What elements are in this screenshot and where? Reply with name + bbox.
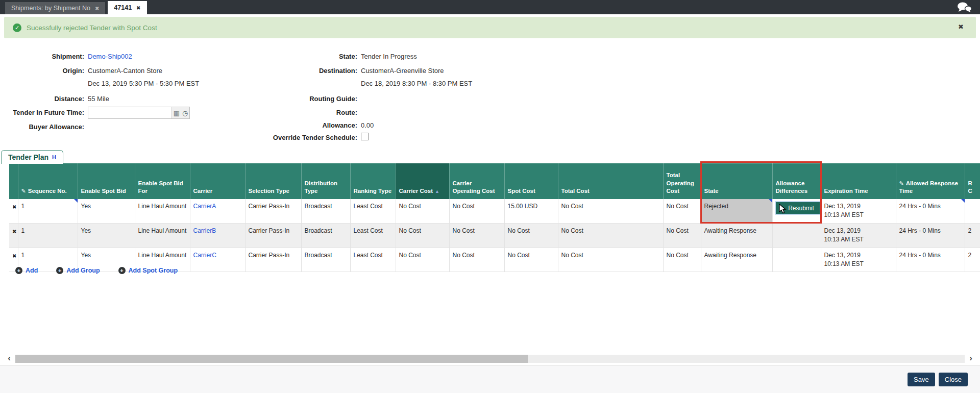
close-button[interactable]: Close (939, 373, 968, 386)
col-header-clipped[interactable]: R C (965, 163, 980, 199)
shipment-link[interactable]: Demo-Ship002 (88, 53, 132, 60)
carrier-link[interactable]: CarrierB (193, 227, 216, 234)
footer-bar: Save Close (0, 365, 980, 393)
success-message: Sucessfully rejected Tender with Spot Co… (27, 24, 157, 32)
tab-shipments-by-shipment-no[interactable]: Shipments: by Shipment No ✖ (5, 2, 105, 14)
route-label: Route: (336, 109, 357, 116)
col-header-carrier[interactable]: Carrier (190, 163, 245, 199)
carrier-link[interactable]: CarrierA (193, 203, 216, 210)
cell-state: Awaiting Response (701, 248, 772, 272)
cell-distribution-type: Broadcast (301, 223, 350, 248)
col-header-distribution-type[interactable]: Distribution Type (301, 163, 350, 199)
col-header-carrier-cost[interactable]: Carrier Cost▲ (396, 163, 449, 199)
col-header-total-cost[interactable]: Total Cost (558, 163, 663, 199)
success-check-icon: ✓ (13, 23, 21, 32)
cell-state: Awaiting Response (701, 223, 772, 248)
cell-enable-spot-bid: Yes (78, 223, 135, 248)
cell-expiration-time: Dec 13, 2019 10:13 AM EST (821, 199, 896, 223)
scroll-left-icon[interactable]: ‹ (4, 354, 14, 363)
sort-asc-icon: ▲ (435, 189, 439, 194)
carrier-link[interactable]: CarrierC (193, 252, 216, 259)
tab-tender-plan[interactable]: Tender Plan H (1, 150, 63, 164)
cell-distribution-type: Broadcast (301, 199, 350, 223)
cell-sequence-no: 1 (18, 199, 78, 223)
cell-ranking-type: Least Cost (350, 248, 396, 272)
cell-distribution-type: Broadcast (301, 248, 350, 272)
cell-state: Rejected (701, 199, 772, 223)
plus-circle-icon: + (56, 267, 63, 274)
cell-allowance-differences (772, 223, 821, 248)
tender-plan-grid: ✎Sequence No. Enable Spot Bid Enable Spo… (9, 163, 980, 272)
cell-carrier: CarrierB (190, 223, 245, 248)
cell-carrier-cost: No Cost (396, 248, 449, 272)
col-header-total-operating-cost[interactable]: Total Operating Cost (663, 163, 701, 199)
override-tender-schedule-checkbox[interactable] (361, 133, 369, 140)
cell-carrier: CarrierA (190, 199, 245, 223)
grid-header-row: ✎Sequence No. Enable Spot Bid Enable Spo… (9, 163, 980, 199)
cell-flag-icon (961, 199, 965, 203)
col-header-expiration-time[interactable]: Expiration Time (821, 163, 896, 199)
scrollbar-track[interactable] (15, 355, 965, 363)
app-window: Shipments: by Shipment No ✖ 47141 ✖ ✓ Su… (0, 0, 980, 393)
col-header-delete (9, 163, 18, 199)
close-icon[interactable]: ✖ (95, 6, 99, 11)
cell-flag-icon (769, 199, 772, 203)
cell-carrier: CarrierC (190, 248, 245, 272)
save-button[interactable]: Save (908, 373, 935, 386)
scroll-right-icon[interactable]: › (966, 354, 976, 363)
cell-carrier-operating-cost: No Cost (449, 223, 504, 248)
tab-label: 47141 (114, 4, 132, 11)
col-header-spot-cost[interactable]: Spot Cost (504, 163, 558, 199)
cell-spot-cost: 15.00 USD (504, 199, 558, 223)
cell-enable-spot-bid-for: Line Haul Amount (135, 199, 190, 223)
calendar-icon[interactable]: ▦ (174, 109, 180, 117)
add-button[interactable]: + Add (15, 267, 38, 274)
cell-allowance-differences: Resubmit (772, 199, 821, 223)
routing-guide-label: Routing Guide: (309, 95, 357, 103)
cell-flag-icon (74, 199, 78, 203)
destination-value: CustomerA-Greenville Store (361, 67, 444, 75)
clock-icon[interactable]: ◷ (182, 109, 188, 117)
tender-plan-pin-icon[interactable]: H (52, 154, 56, 160)
col-header-enable-spot-bid[interactable]: Enable Spot Bid (78, 163, 135, 199)
cell-total-cost: No Cost (558, 223, 663, 248)
delete-row-icon[interactable]: ✖ (9, 223, 18, 248)
col-header-allowance-differences[interactable]: Allowance Differences (772, 163, 821, 199)
cell-total-operating-cost: No Cost (663, 223, 701, 248)
col-header-ranking-type[interactable]: Ranking Type (350, 163, 396, 199)
cell-selection-type: Carrier Pass-In (245, 199, 301, 223)
delete-row-icon[interactable]: ✖ (9, 199, 18, 223)
distance-value: 55 Mile (88, 95, 109, 103)
col-header-carrier-operating-cost[interactable]: Carrier Operating Cost (449, 163, 504, 199)
cell-clipped: 2 (965, 223, 980, 248)
add-group-button[interactable]: + Add Group (56, 267, 100, 274)
chat-bubbles-icon[interactable] (955, 2, 973, 13)
banner-close-icon[interactable]: ✖ (958, 23, 964, 31)
cell-carrier-cost: No Cost (396, 199, 449, 223)
close-icon[interactable]: ✖ (136, 5, 140, 11)
plus-circle-icon: + (15, 267, 22, 274)
col-header-selection-type[interactable]: Selection Type (245, 163, 301, 199)
cell-ranking-type: Least Cost (350, 223, 396, 248)
cell-sequence-no: 1 (18, 223, 78, 248)
cell-selection-type: Carrier Pass-In (245, 223, 301, 248)
tender-in-future-time-label: Tender In Future Time: (13, 109, 84, 116)
tab-47141[interactable]: 47141 ✖ (108, 1, 146, 14)
grid-actions: + Add + Add Group + Add Spot Group (15, 267, 178, 274)
table-row-carrier-a: ✖ 1 Yes Line Haul Amount CarrierA Carrie… (9, 199, 980, 223)
col-header-sequence-no[interactable]: ✎Sequence No. (18, 163, 78, 199)
cell-expiration-time: Dec 13, 2019 10:13 AM EST (821, 223, 896, 248)
cell-allowed-response-time: 24 Hrs - 0 Mins (896, 248, 965, 272)
col-header-allowed-response-time[interactable]: ✎Allowed Response Time (896, 163, 965, 199)
tender-plan-tab-label: Tender Plan (8, 153, 48, 161)
cell-carrier-operating-cost: No Cost (449, 248, 504, 272)
cell-total-operating-cost: No Cost (663, 248, 701, 272)
col-header-state[interactable]: State (701, 163, 772, 199)
state-value: Tender In Progress (361, 53, 417, 60)
col-header-enable-spot-bid-for[interactable]: Enable Spot Bid For (135, 163, 190, 199)
add-spot-group-button[interactable]: + Add Spot Group (118, 267, 178, 274)
scrollbar-thumb[interactable] (15, 355, 528, 363)
cell-enable-spot-bid: Yes (78, 199, 135, 223)
mouse-cursor-icon (779, 204, 787, 214)
tender-in-future-time-input[interactable] (88, 107, 172, 118)
